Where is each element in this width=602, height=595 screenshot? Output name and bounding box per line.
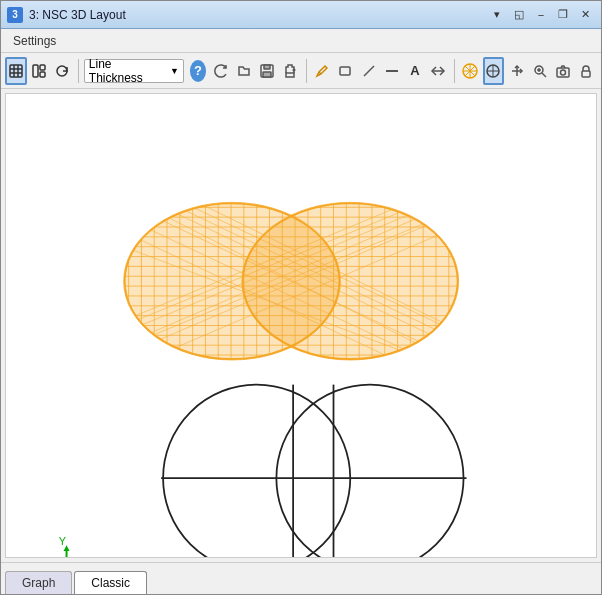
svg-point-99 — [163, 385, 350, 557]
dropdown-arrow-icon: ▼ — [170, 66, 179, 76]
graph-tab[interactable]: Graph — [5, 571, 72, 594]
svg-point-31 — [561, 70, 566, 75]
classic-tab[interactable]: Classic — [74, 571, 147, 594]
title-bar-left: 3 3: NSC 3D Layout — [7, 7, 126, 23]
line-thickness-label: Line Thickness — [89, 57, 166, 85]
title-bar: 3 3: NSC 3D Layout ▾ ◱ − ❐ ✕ — [1, 1, 601, 29]
grid-button[interactable] — [5, 57, 27, 85]
rotate-button[interactable] — [52, 57, 73, 85]
separator-3 — [454, 59, 455, 83]
menu-bar: Settings — [1, 29, 601, 53]
pencil-button[interactable] — [312, 57, 333, 85]
close-button[interactable]: ✕ — [575, 6, 595, 24]
canvas-area: 2 mm Y Z — [5, 93, 597, 558]
help-button[interactable]: ? — [190, 60, 206, 82]
window-title: 3: NSC 3D Layout — [29, 8, 126, 22]
svg-rect-32 — [582, 71, 590, 77]
text-button[interactable]: A — [404, 57, 425, 85]
2d-outline-group — [161, 385, 466, 557]
minimize-button[interactable]: − — [531, 6, 551, 24]
scatter-button[interactable] — [459, 57, 480, 85]
save-button[interactable] — [256, 57, 277, 85]
print-button[interactable] — [280, 57, 301, 85]
pin-button[interactable]: ▾ — [487, 6, 507, 24]
camera-button[interactable] — [553, 57, 574, 85]
float-button[interactable]: ◱ — [509, 6, 529, 24]
rectangle-button[interactable] — [335, 57, 356, 85]
separator-1 — [78, 59, 79, 83]
svg-rect-11 — [263, 72, 271, 77]
svg-point-13 — [293, 69, 295, 71]
zoom-button[interactable] — [529, 57, 550, 85]
restore-button[interactable]: ❐ — [553, 6, 573, 24]
open-button[interactable] — [233, 57, 254, 85]
layout-button[interactable] — [29, 57, 50, 85]
title-controls: ▾ ◱ − ❐ ✕ — [487, 6, 595, 24]
hline-button[interactable] — [381, 57, 402, 85]
toolbar-top: Line Thickness ▼ ? — [1, 53, 601, 89]
update-button[interactable] — [210, 57, 231, 85]
visualization-svg: 2 mm Y Z — [6, 94, 596, 557]
svg-rect-14 — [340, 67, 350, 75]
svg-rect-10 — [264, 65, 270, 69]
text-icon: A — [410, 63, 419, 78]
line-button[interactable] — [358, 57, 379, 85]
ray-fan-button[interactable] — [483, 57, 505, 85]
svg-rect-12 — [286, 73, 294, 77]
arrow-button[interactable] — [427, 57, 448, 85]
line-thickness-dropdown[interactable]: Line Thickness ▼ — [84, 59, 184, 83]
axes-indicator: Y Z — [59, 535, 106, 557]
settings-menu[interactable]: Settings — [5, 32, 64, 50]
separator-2 — [306, 59, 307, 83]
svg-line-15 — [364, 66, 374, 76]
lock-button[interactable] — [576, 57, 597, 85]
svg-rect-7 — [40, 72, 45, 77]
svg-line-27 — [542, 73, 546, 77]
orange-mesh-group — [114, 193, 474, 395]
svg-rect-6 — [40, 65, 45, 70]
svg-rect-5 — [33, 65, 38, 77]
svg-point-100 — [276, 385, 463, 557]
main-window: 3 3: NSC 3D Layout ▾ ◱ − ❐ ✕ Settings — [0, 0, 602, 595]
svg-rect-0 — [10, 65, 22, 77]
window-icon: 3 — [7, 7, 23, 23]
tab-bar: Graph Classic — [1, 562, 601, 594]
axes-button[interactable] — [506, 57, 527, 85]
svg-text:Y: Y — [59, 535, 66, 547]
